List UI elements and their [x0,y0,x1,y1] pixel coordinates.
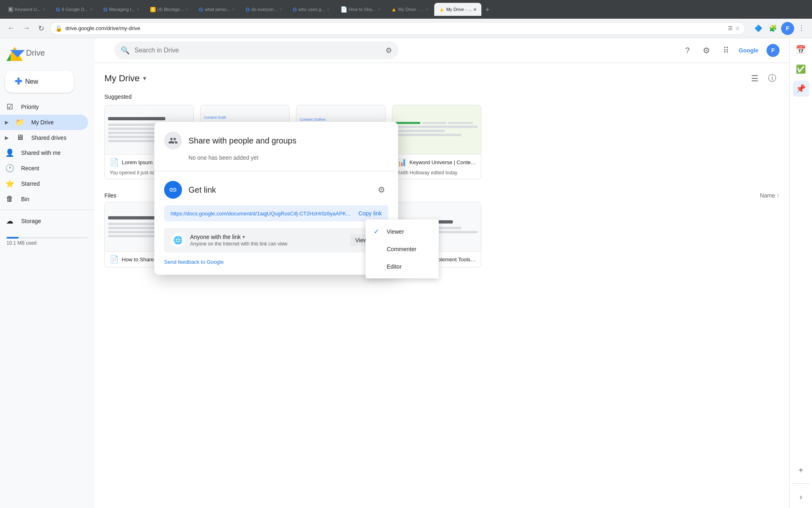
share-people-avatar [164,132,182,150]
settings-button[interactable]: ⚙ [699,42,713,59]
tab-fav-mydrive2: ▲ [439,6,445,13]
access-type-text: Anyone with the link [190,234,241,240]
access-type-dropdown[interactable]: Anyone with the link ▾ [190,234,287,240]
right-panel-tasks-icon[interactable]: ✅ [793,61,809,77]
get-link-title-row: Get link [164,181,216,199]
copy-link-button[interactable]: Copy link [358,210,382,217]
sidebar-item-shared-with-me[interactable]: 👤 Shared with me [0,145,88,161]
shared-with-me-icon: 👤 [5,148,15,157]
tab-fav-what: G [199,7,203,13]
right-panel-keep-icon[interactable]: 📌 [793,80,809,97]
feedback-link[interactable]: Send feedback to Google [164,259,388,265]
filter-icon[interactable]: ⚙ [385,46,392,55]
sidebar-item-recent[interactable]: 🕐 Recent [0,161,88,176]
info-button[interactable]: ⓘ [765,69,780,87]
file-preview-keyword [392,105,481,154]
browser-extension-icons: 🔷 🧩 F ⋮ [752,22,807,35]
tab-close-managing[interactable]: ✕ [136,7,140,12]
extension-button-1[interactable]: 🔷 [752,22,765,35]
right-panel-calendar-icon[interactable]: 📅 [793,41,809,58]
tab-close-mydrive2[interactable]: ✕ [473,7,476,12]
menu-button[interactable]: ⋮ [796,22,807,35]
dropdown-item-commenter[interactable]: ✓ Commenter [366,240,439,258]
right-panel: 📅 ✅ 📌 + › [789,38,812,508]
sidebar-item-my-drive[interactable]: ▶ 📁 My Drive [0,115,88,130]
address-bar[interactable]: 🔒 drive.google.com/drive/my-drive ☰ ☆ [50,22,745,35]
preview-label-content-outline: Content Outline: [300,117,382,122]
search-input[interactable] [134,47,381,54]
tab-keyword[interactable]: K Keyword U... ✕ [3,3,50,16]
preview-label-content-draft: Content Draft: [204,115,286,119]
tab-9google[interactable]: G 9 Google D... ✕ [51,3,98,16]
list-view-button[interactable]: ☰ [748,69,762,87]
tab-close-blockge[interactable]: ✕ [185,7,188,12]
dropdown-item-viewer[interactable]: ✓ Viewer [366,223,439,240]
sidebar-item-shared-drives[interactable]: ▶ 🖥 Shared drives [0,130,88,145]
tabs-row: K Keyword U... ✕ G 9 Google D... ✕ G Man… [3,3,809,16]
tab-fav-do: G [246,7,250,13]
new-button[interactable]: ✚ New [5,71,74,93]
tab-who[interactable]: G who uses g... ✕ [288,3,335,16]
tab-do[interactable]: G do everyon... ✕ [241,3,287,16]
right-panel-divider [792,483,810,484]
tab-close-who[interactable]: ✕ [327,7,330,12]
get-link-settings-button[interactable]: ⚙ [375,182,388,198]
tab-what[interactable]: G what perso... ✕ [194,3,240,16]
right-panel-expand-icon[interactable]: › [793,488,809,505]
sidebar-item-bin[interactable]: 🗑 Bin [0,191,88,206]
tab-fav-who: G [293,7,297,13]
search-bar[interactable]: 🔍 ⚙ [114,41,398,59]
tab-close-9google[interactable]: ✕ [90,7,93,12]
app-top-bar: 🔍 ⚙ ? ⚙ ⠿ Google F [95,38,789,63]
tab-blockge[interactable]: B (4) Blockge... ✕ [145,3,193,16]
star-address-icon[interactable]: ☆ [735,25,740,31]
viewer-check-icon: ✓ [374,228,382,235]
new-tab-button[interactable]: + [482,4,493,16]
tab-close-mydrive1[interactable]: ✕ [425,7,429,12]
sidebar-item-storage[interactable]: ☁ Storage [0,213,88,229]
access-type-arrow: ▾ [243,234,245,240]
drive-title: Drive [26,48,45,58]
tab-close-do[interactable]: ✕ [279,7,282,12]
share-header: Share with people and groups [164,132,388,150]
sidebar-item-starred[interactable]: ⭐ Starred [0,176,88,191]
file-icon-lorem-ipsum: 📄 [110,158,119,167]
my-drive-expand-arrow[interactable]: ▶ [5,119,9,125]
tab-howto[interactable]: 📄 How to Sha... ✕ [336,3,385,16]
google-apps-button[interactable]: ⠿ [720,42,732,59]
user-avatar[interactable]: F [767,44,780,57]
preview-line [108,231,157,233]
right-panel-add-button[interactable]: + [793,462,809,478]
tab-fav-9google: G [56,7,60,13]
reload-button[interactable]: ↻ [36,22,47,35]
suggested-file-keyword[interactable]: 📊 Keyword Universe | Content Ca... Keith… [392,105,481,179]
tab-mydrive1[interactable]: ▲ My Drive - ... ✕ [386,3,433,16]
forward-button[interactable]: → [20,22,32,35]
browser-chrome: K Keyword U... ✕ G 9 Google D... ✕ G Man… [0,0,812,19]
get-link-title-text: Get link [188,185,216,195]
preview-line [108,132,157,134]
tab-close-howto[interactable]: ✕ [377,7,381,12]
help-button[interactable]: ? [682,43,693,59]
share-top-section: Share with people and groups No one has … [154,122,398,171]
tab-managing[interactable]: G Managing t... ✕ [99,3,145,16]
sort-direction-icon: ↑ [777,192,780,199]
name-sort-button[interactable]: Name ↑ [760,192,780,199]
back-button[interactable]: ← [5,22,17,35]
link-box: https://docs.google.com/document/d/1aqjU… [164,205,388,221]
my-drive-header: My Drive ▾ ☰ ⓘ [95,63,789,90]
lock-icon: 🔒 [55,25,62,32]
tab-mydrive2[interactable]: ▲ My Drive - ... ✕ [434,3,481,16]
dropdown-item-editor[interactable]: ✓ Editor [366,258,439,275]
profile-avatar[interactable]: F [781,22,794,35]
sidebar-item-label-my-drive: My Drive [31,119,54,126]
sidebar-item-priority[interactable]: ☑ Priority [0,99,88,115]
shared-drives-expand-arrow[interactable]: ▶ [5,135,9,141]
sidebar-item-label-storage: Storage [21,218,41,224]
extension-button-2[interactable]: 🧩 [767,22,780,35]
header-right-icons: ☰ ⓘ [748,69,780,87]
tab-close-what[interactable]: ✕ [232,7,235,12]
my-drive-dropdown-arrow[interactable]: ▾ [143,74,146,82]
tab-close-keyword[interactable]: ✕ [42,7,45,12]
tune-icon[interactable]: ☰ [728,25,733,31]
